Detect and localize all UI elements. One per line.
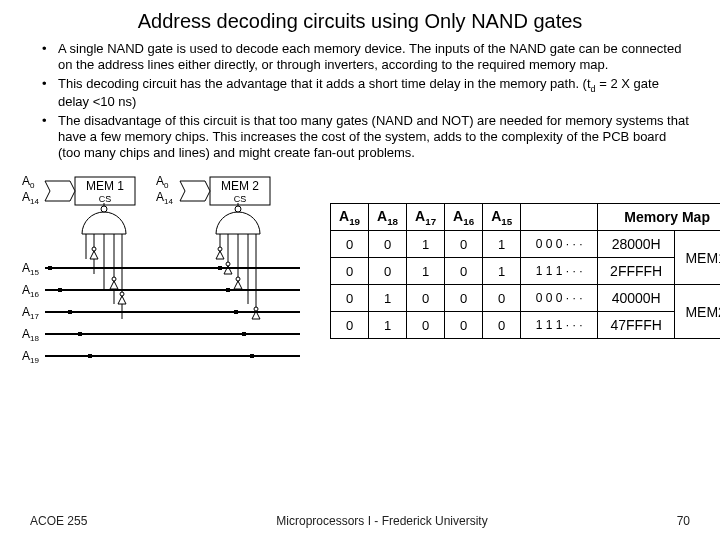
svg-point-25 <box>112 277 116 281</box>
table-row: 010001 1 1 · · ·47FFFH <box>331 312 721 339</box>
table-row: 010000 0 0 · · ·40000HMEM2 <box>331 285 721 312</box>
svg-text:CS: CS <box>234 194 247 204</box>
svg-text:A16: A16 <box>22 283 39 299</box>
svg-rect-37 <box>58 288 62 292</box>
svg-rect-42 <box>234 310 238 314</box>
svg-point-28 <box>226 262 230 266</box>
svg-text:A15: A15 <box>22 261 39 277</box>
svg-rect-34 <box>218 266 222 270</box>
svg-point-10 <box>101 206 107 212</box>
footer-left: ACOE 255 <box>30 514 87 528</box>
slide-title: Address decoding circuits using Only NAN… <box>0 0 720 41</box>
footer-right: 70 <box>677 514 690 528</box>
svg-point-24 <box>92 247 96 251</box>
svg-text:A19: A19 <box>22 349 39 365</box>
svg-rect-50 <box>250 354 254 358</box>
bullet-item: A single NAND gate is used to decode eac… <box>48 41 690 74</box>
svg-text:A14: A14 <box>22 190 39 206</box>
svg-point-29 <box>236 277 240 281</box>
svg-rect-33 <box>48 266 52 270</box>
table-row: 001011 1 1 · · ·2FFFFH <box>331 258 721 285</box>
svg-text:A18: A18 <box>22 327 39 343</box>
svg-rect-45 <box>78 332 82 336</box>
bullet-item: The disadvantage of this circuit is that… <box>48 113 690 162</box>
svg-text:A0: A0 <box>156 174 169 190</box>
svg-point-30 <box>254 307 258 311</box>
circuit-diagram: MEM 1 CS A0 A14 MEM 2 CS A0 A14 <box>20 173 320 403</box>
svg-text:MEM 2: MEM 2 <box>221 179 259 193</box>
svg-point-17 <box>235 206 241 212</box>
bullet-list: A single NAND gate is used to decode eac… <box>0 41 720 161</box>
svg-rect-38 <box>226 288 230 292</box>
svg-text:A0: A0 <box>22 174 35 190</box>
svg-text:MEM 1: MEM 1 <box>86 179 124 193</box>
svg-text:CS: CS <box>99 194 112 204</box>
svg-rect-49 <box>88 354 92 358</box>
svg-rect-46 <box>242 332 246 336</box>
table-row: 001010 0 0 · · ·28000HMEM1 <box>331 231 721 258</box>
svg-text:A14: A14 <box>156 190 173 206</box>
footer-center: Microprocessors I - Frederick University <box>276 514 487 528</box>
svg-rect-41 <box>68 310 72 314</box>
bullet-item: This decoding circuit has the advantage … <box>48 76 690 111</box>
svg-point-26 <box>120 292 124 296</box>
memory-map-table: A19A18A17A16A15 Memory Map 001010 0 0 · … <box>330 203 720 339</box>
svg-point-27 <box>218 247 222 251</box>
svg-text:A17: A17 <box>22 305 39 321</box>
